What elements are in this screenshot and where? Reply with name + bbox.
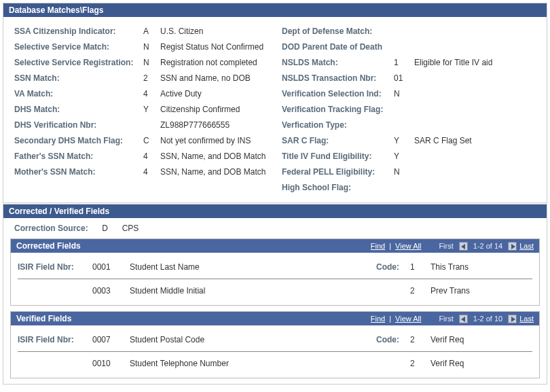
table-row: ISIR Field Nbr: 0001 Student Last Name C… [18,255,532,279]
field-code: 4 [143,152,160,161]
field-row: SAR C Flag:YSAR C Flag Set [282,133,536,149]
field-label: SAR C Flag: [282,136,394,145]
find-link[interactable]: Find [371,242,385,250]
field-code: N [143,58,160,67]
field-row: Selective Service Match:NRegist Status N… [14,39,268,55]
dbmatches-left-col: SSA Citizenship Indicator:AU.S. Citizen … [14,24,268,196]
field-label: VA Match: [14,89,143,99]
field-desc: Registration not completed [160,58,257,67]
field-code: 01 [394,73,414,83]
field-row: Verfication Type: [282,118,536,133]
code-value: 1 [410,262,430,272]
isir-field-label: ISIR Field Nbr: [18,335,92,344]
field-label: NSLDS Match: [282,58,394,67]
grid-title: Verified Fields [16,314,371,323]
field-row: DHS Match:YCitizenship Confirmed [14,102,268,118]
verified-fields-header: Verified Fields Find | View All First 1-… [11,312,539,325]
correction-source-desc: CPS [122,224,139,233]
range-label: 1-2 of 14 [473,242,502,250]
last-link[interactable]: Last [519,242,534,250]
field-code: N [394,89,414,99]
field-label: Verfication Type: [282,120,394,130]
field-label: SSA Citizenship Indicator: [14,26,143,36]
field-row: Federal PELL Eligibility:N [282,164,536,180]
isir-field-label: ISIR Field Nbr: [18,262,92,272]
field-row: Selective Service Registration:NRegistra… [14,55,268,71]
code-desc: Verif Req [430,335,532,344]
field-code: 4 [143,167,160,177]
next-arrow-icon[interactable] [508,315,517,323]
code-desc: This Trans [430,262,532,272]
field-row: DHS Verification Nbr:ZL988P777666555 [14,118,268,133]
field-desc: SAR C Flag Set [414,136,472,145]
field-row: NSLDS Match:1Eligible for Title IV aid [282,55,536,71]
field-code: Y [394,136,414,145]
field-row: Mother's SSN Match:4SSN, Name, and DOB M… [14,164,268,180]
prev-arrow-icon[interactable] [459,242,468,251]
field-label: Dept of Defense Match: [282,26,394,36]
field-row: DOD Parent Date of Death [282,39,536,55]
database-matches-header: Database Matches\Flags [3,3,547,17]
field-label: DOD Parent Date of Death [282,42,394,52]
code-desc: Prev Trans [430,286,532,296]
field-label: DHS Verification Nbr: [14,120,143,130]
field-code: A [143,26,160,36]
last-link[interactable]: Last [519,315,534,323]
table-row: 0003 Student Middle Initial 2 Prev Trans [18,279,532,302]
code-value: 2 [410,359,430,368]
viewall-link[interactable]: View All [395,242,421,250]
verified-fields-grid: Verified Fields Find | View All First 1-… [10,311,540,378]
field-code: Y [143,105,160,114]
field-desc: ZL988P777666555 [160,120,230,130]
field-label: Secondary DHS Match Flag: [14,136,143,145]
prev-arrow-icon[interactable] [459,315,468,323]
first-label: First [439,315,453,323]
field-desc: Eligible for Title IV aid [414,58,492,67]
field-code: 1 [394,58,414,67]
field-label: Title IV Fund Eligibility: [282,152,394,161]
correction-source-code: D [95,224,115,233]
separator: | [389,242,391,250]
field-desc: U.S. Citizen [160,26,203,36]
correction-source-label: Correction Source: [14,224,88,233]
field-code: N [394,167,414,177]
database-matches-panel: Database Matches\Flags SSA Citizenship I… [3,3,547,203]
range-label: 1-2 of 10 [473,315,502,323]
field-code: 4 [143,89,160,99]
field-row: SSA Citizenship Indicator:AU.S. Citizen [14,24,268,39]
field-row: VA Match:4Active Duty [14,86,268,102]
find-link[interactable]: Find [371,315,385,323]
field-desc: SSN, Name, and DOB Match [160,152,265,161]
field-row: Verification Tracking Flag: [282,102,536,118]
viewall-link[interactable]: View All [395,315,421,323]
isir-field-nbr: 0003 [92,286,130,296]
field-label: Verification Selection Ind: [282,89,394,99]
corrected-verified-panel: Corrected / Verified Fields Correction S… [3,204,547,385]
field-row: NSLDS Transaction Nbr:01 [282,71,536,86]
field-label: SSN Match: [14,73,143,83]
code-value: 2 [410,335,430,344]
field-label: Father's SSN Match: [14,152,143,161]
code-desc: Verif Req [430,359,532,368]
field-desc: Citizenship Confirmed [160,105,240,114]
isir-field-name: Student Last Name [130,262,376,272]
isir-field-name: Student Telephone Number [130,359,376,368]
field-desc: Regist Status Not Confirmed [160,42,263,52]
field-label: High School Flag: [282,183,394,192]
field-label: Selective Service Match: [14,42,143,52]
next-arrow-icon[interactable] [508,242,517,251]
corrected-fields-header: Corrected Fields Find | View All First 1… [11,239,539,253]
correction-source-row: Correction Source: D CPS [3,218,547,238]
field-desc: SSN and Name, no DOB [160,73,251,83]
field-desc: Active Duty [160,89,202,99]
field-label: DHS Match: [14,105,143,114]
field-label: Federal PELL Eligibility: [282,167,394,177]
field-row: SSN Match:2SSN and Name, no DOB [14,71,268,86]
corrected-fields-grid: Corrected Fields Find | View All First 1… [10,238,540,306]
field-code: 2 [143,73,160,83]
code-value: 2 [410,286,430,296]
field-row: Father's SSN Match:4SSN, Name, and DOB M… [14,149,268,164]
dbmatches-right-col: Dept of Defense Match: DOD Parent Date o… [282,24,536,196]
field-label: NSLDS Transaction Nbr: [282,73,394,83]
separator: | [389,315,391,323]
